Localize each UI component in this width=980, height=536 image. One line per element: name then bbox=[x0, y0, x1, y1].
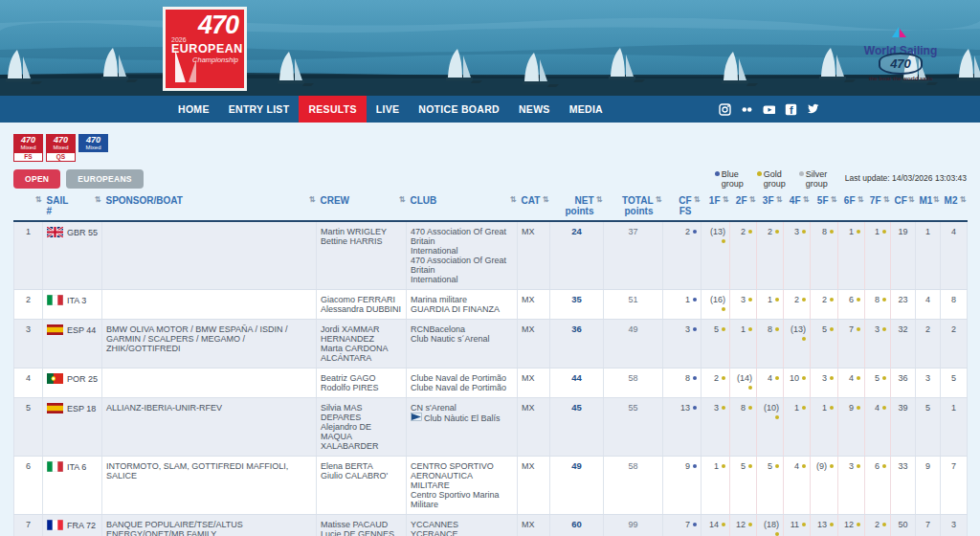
sort-icon[interactable]: ⇅ bbox=[776, 194, 783, 205]
cf-cell: 23 bbox=[891, 290, 916, 320]
rank-cell: 5 bbox=[14, 398, 43, 457]
group-dot-icon bbox=[882, 523, 886, 526]
sort-icon[interactable]: ⇅ bbox=[723, 194, 729, 205]
column-header-net-points[interactable]: NET points⇅ bbox=[550, 192, 604, 221]
sort-icon[interactable]: ⇅ bbox=[933, 194, 940, 205]
column-header-total-points[interactable]: TOTAL points⇅ bbox=[604, 192, 663, 221]
column-header-5f[interactable]: 5F⇅ bbox=[811, 192, 838, 221]
column-header-club[interactable]: CLUB⇅ bbox=[407, 192, 518, 221]
sort-icon[interactable]: ⇅ bbox=[656, 194, 662, 205]
group-dot-icon bbox=[775, 464, 779, 468]
youtube-icon[interactable] bbox=[763, 103, 775, 116]
cf-fs-cell: 7 bbox=[663, 515, 702, 536]
net-points-cell: 44 bbox=[550, 368, 604, 398]
group-dot-icon bbox=[748, 327, 752, 331]
race-4f-cell: 2 bbox=[784, 290, 811, 320]
cf-cell: 33 bbox=[891, 457, 916, 515]
sort-icon[interactable]: ⇅ bbox=[858, 194, 864, 205]
group-dot-icon bbox=[722, 307, 725, 311]
results-page: 470MixedFS470MixedQS470Mixed OPENEUROPEA… bbox=[0, 123, 980, 536]
nav-item-home[interactable]: HOME bbox=[168, 96, 219, 123]
group-dot-icon bbox=[693, 298, 697, 302]
race-4f-cell: 4 bbox=[784, 457, 811, 515]
m1-cell: 4 bbox=[916, 290, 941, 320]
column-header-m2[interactable]: M2⇅ bbox=[941, 192, 968, 221]
flickr-icon[interactable] bbox=[741, 103, 753, 116]
column-header-3f[interactable]: 3F⇅ bbox=[757, 192, 784, 221]
nav-item-results[interactable]: RESULTS bbox=[299, 96, 366, 123]
club-cell: CN s'ArenalClub Nàutic El Balís bbox=[407, 398, 518, 457]
fleet-button-open[interactable]: OPEN bbox=[13, 169, 60, 189]
column-header-cf[interactable]: CF⇅ bbox=[891, 192, 916, 221]
nav-item-notice-board[interactable]: NOTICE BOARD bbox=[409, 96, 509, 123]
facebook-icon[interactable]: f bbox=[785, 103, 797, 116]
nav-item-media[interactable]: MEDIA bbox=[560, 96, 612, 123]
sort-icon[interactable]: ⇅ bbox=[399, 194, 406, 205]
sort-icon[interactable]: ⇅ bbox=[309, 194, 316, 205]
sort-icon[interactable]: ⇅ bbox=[95, 194, 101, 205]
sort-icon[interactable]: ⇅ bbox=[908, 194, 915, 205]
race-2f-cell: 1 bbox=[730, 320, 757, 368]
rank-cell: 7 bbox=[14, 515, 43, 536]
nav-item-live[interactable]: LIVE bbox=[367, 96, 410, 123]
column-header-sponsor-boat[interactable]: SPONSOR/BOAT⇅ bbox=[102, 192, 317, 221]
group-dot-icon bbox=[802, 523, 806, 526]
class-badge-qs[interactable]: 470MixedQS bbox=[46, 134, 76, 162]
column-header-7f[interactable]: 7F⇅ bbox=[865, 192, 891, 221]
column-header-4f[interactable]: 4F⇅ bbox=[784, 192, 811, 221]
sort-icon[interactable]: ⇅ bbox=[803, 194, 810, 205]
twitter-icon[interactable] bbox=[807, 103, 819, 116]
sort-icon[interactable]: ⇅ bbox=[749, 194, 756, 205]
column-header-crew[interactable]: CREW⇅ bbox=[317, 192, 407, 221]
sail-cell: FRA 72 bbox=[43, 515, 102, 536]
sort-icon[interactable]: ⇅ bbox=[543, 194, 549, 205]
column-header-1f[interactable]: 1F⇅ bbox=[702, 192, 730, 221]
sort-icon[interactable]: ⇅ bbox=[510, 194, 517, 205]
column-header-m1[interactable]: M1⇅ bbox=[916, 192, 941, 221]
cat-cell: MX bbox=[518, 221, 550, 290]
sort-icon[interactable]: ⇅ bbox=[596, 194, 603, 205]
nav-item-news[interactable]: NEWS bbox=[509, 96, 560, 123]
column-header-6f[interactable]: 6F⇅ bbox=[838, 192, 865, 221]
class-badge-fs[interactable]: 470MixedFS bbox=[13, 134, 43, 162]
legend-gold-group: Goldgroup bbox=[757, 169, 786, 189]
race-6f-cell: 9 bbox=[838, 398, 865, 457]
group-dot-icon bbox=[799, 171, 804, 176]
column-header-rank[interactable]: ⇅ bbox=[14, 192, 43, 221]
group-dot-icon bbox=[857, 376, 860, 380]
group-dot-icon bbox=[693, 327, 697, 331]
column-header-cat[interactable]: CAT⇅ bbox=[518, 192, 550, 221]
sort-icon[interactable]: ⇅ bbox=[35, 194, 42, 205]
group-dot-icon bbox=[857, 406, 860, 410]
total-points-cell: 99 bbox=[604, 515, 663, 536]
group-dot-icon bbox=[882, 406, 886, 410]
column-header-sail[interactable]: SAIL #⇅ bbox=[43, 192, 102, 221]
club-cell: CENTRO SPORTIVO AERONAUTICA MILITARECent… bbox=[407, 457, 518, 515]
group-dot-icon bbox=[830, 298, 834, 302]
sail-icon bbox=[189, 59, 196, 82]
m1-cell: 1 bbox=[916, 221, 941, 290]
cf-fs-cell: 8 bbox=[663, 368, 702, 398]
group-dot-icon bbox=[722, 376, 725, 380]
crew-cell: Matisse PACAUDLucie DE GENNES bbox=[317, 515, 407, 536]
group-dot-icon bbox=[830, 327, 834, 331]
sort-icon[interactable]: ⇅ bbox=[694, 194, 701, 205]
fleet-button-europeans[interactable]: EUROPEANS bbox=[66, 169, 144, 189]
race-2f-cell: (14) bbox=[730, 368, 757, 398]
club-cell: RCNBacelonaClub Nautic s´Arenal bbox=[407, 320, 518, 368]
instagram-icon[interactable] bbox=[719, 103, 731, 116]
club-cell: Marina militareGUARDIA DI FINANZA bbox=[407, 290, 518, 320]
nav-item-entry-list[interactable]: ENTRY LIST bbox=[219, 96, 300, 123]
column-header-2f[interactable]: 2F⇅ bbox=[730, 192, 757, 221]
group-dot-icon bbox=[882, 298, 886, 302]
column-header-cf-fs[interactable]: CF FS⇅ bbox=[663, 192, 702, 221]
club-cell: Clube Naval de PortimãoClube Naval de Po… bbox=[407, 368, 518, 398]
m2-cell: 4 bbox=[941, 221, 968, 290]
class-badge-mixed[interactable]: 470Mixed bbox=[78, 134, 108, 162]
m1-cell: 2 bbox=[916, 320, 941, 368]
sort-icon[interactable]: ⇅ bbox=[883, 194, 890, 205]
group-dot-icon bbox=[830, 523, 834, 526]
sort-icon[interactable]: ⇅ bbox=[960, 194, 967, 205]
sort-icon[interactable]: ⇅ bbox=[831, 194, 837, 205]
class-470-logo: 470 the boat the world sails bbox=[855, 53, 947, 81]
